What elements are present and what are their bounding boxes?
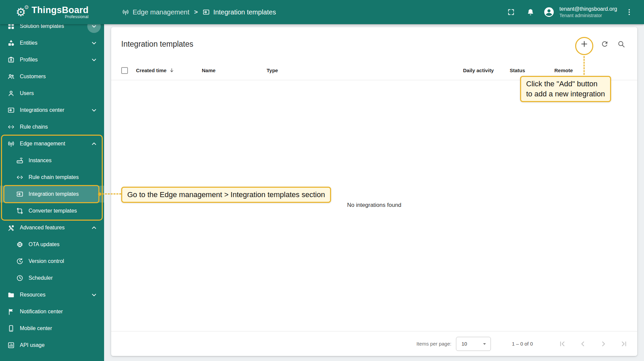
- search-icon: [617, 40, 625, 48]
- instances-router-icon: [16, 157, 24, 164]
- converter-transform-icon: [16, 207, 24, 215]
- column-name[interactable]: Name: [202, 67, 267, 73]
- breadcrumb-label: Integration templates: [213, 8, 276, 16]
- sidebar-item-mobile-center[interactable]: Mobile center: [0, 320, 104, 337]
- sidebar-item-version-control[interactable]: Version control: [0, 253, 104, 270]
- chevron-left-icon: [579, 340, 587, 348]
- brand-subtitle: Professional: [65, 14, 89, 19]
- refresh-button[interactable]: [598, 37, 611, 51]
- chevron-down-icon: [90, 291, 98, 299]
- pagination-range: 1 – 0 of 0: [512, 341, 533, 347]
- bell-icon: [526, 8, 535, 16]
- sidebar-item-resources[interactable]: Resources: [0, 286, 104, 303]
- sidebar-item-ota-updates[interactable]: OTA updates: [0, 236, 104, 253]
- fullscreen-button[interactable]: [504, 5, 518, 19]
- sidebar-item-rule-chain-templates[interactable]: Rule chain templates: [0, 169, 104, 186]
- chevron-down-icon: [90, 56, 98, 64]
- next-page-button[interactable]: [595, 336, 611, 352]
- breadcrumb-integration-templates[interactable]: Integration templates: [202, 8, 276, 16]
- items-per-page-value: 10: [461, 341, 467, 347]
- sidebar-item-solution-templates[interactable]: Solution templates: [0, 24, 104, 35]
- brand-logo[interactable]: ⚙⚙ ThingsBoard Professional: [0, 5, 104, 19]
- integrations-input-icon: [7, 106, 15, 114]
- input-icon: [202, 8, 210, 16]
- sidebar-item-label: OTA updates: [29, 241, 98, 247]
- sidebar-item-instances[interactable]: Instances: [0, 152, 104, 169]
- sidebar-item-notification-center[interactable]: Notification center: [0, 303, 104, 320]
- sidebar-item-rule-chains[interactable]: Rule chains: [0, 119, 104, 135]
- sidebar-item-label: Integration templates: [29, 191, 98, 197]
- sidebar-item-label: Notification center: [20, 309, 98, 315]
- breadcrumb-separator-icon: >: [194, 8, 198, 16]
- sidebar-item-label: Profiles: [20, 57, 90, 63]
- sidebar-item-customers[interactable]: Customers: [0, 68, 104, 85]
- chevron-down-icon: [87, 24, 101, 33]
- select-all-checkbox[interactable]: [121, 67, 128, 74]
- sidebar-item-converter-templates[interactable]: Converter templates: [0, 202, 104, 219]
- sidebar-item-scheduler[interactable]: Scheduler: [0, 270, 104, 286]
- search-button[interactable]: [614, 37, 628, 51]
- sidebar-item-label: Advanced features: [20, 225, 90, 231]
- more-menu-button[interactable]: [622, 5, 637, 19]
- column-type[interactable]: Type: [267, 67, 463, 73]
- column-remote: Remote: [554, 67, 628, 73]
- notifications-button[interactable]: [523, 5, 538, 19]
- sidebar-item-entities[interactable]: Entities: [0, 35, 104, 51]
- last-page-button[interactable]: [616, 336, 632, 352]
- sidebar-item-label: Edge management: [20, 141, 90, 147]
- chevron-up-icon: [90, 140, 98, 148]
- chevron-down-icon: [90, 106, 98, 114]
- more-vert-icon: [625, 8, 633, 16]
- topbar-actions: tenant@thingsboard.org Tenant administra…: [499, 5, 644, 19]
- sidebar-item-label: Customers: [20, 74, 98, 80]
- previous-page-button[interactable]: [575, 336, 591, 352]
- sidebar-item-label: Rule chain templates: [29, 174, 98, 180]
- card-header: Integration templates: [111, 27, 637, 61]
- sidebar-item-label: Resources: [20, 292, 90, 298]
- sidebar-item-label: Users: [20, 90, 98, 96]
- advanced-tools-icon: [7, 224, 15, 231]
- rule-chains-icon: [7, 123, 15, 131]
- customers-people-icon: [7, 73, 15, 80]
- sidebar-item-integration-templates[interactable]: Integration templates: [0, 186, 104, 202]
- sidebar-item-label: Version control: [29, 258, 98, 264]
- sidebar-item-api-usage[interactable]: API usage: [0, 337, 104, 354]
- column-label: Created time: [136, 67, 167, 73]
- column-daily-activity: Daily activity: [463, 67, 510, 73]
- sidebar-item-advanced-features[interactable]: Advanced features: [0, 219, 104, 236]
- users-person-icon: [7, 90, 15, 97]
- sidebar-item-label: Mobile center: [20, 325, 98, 331]
- first-page-button[interactable]: [554, 336, 570, 352]
- chevron-up-icon: [90, 224, 98, 232]
- last-page-icon: [620, 340, 628, 348]
- sidebar-item-edge-management[interactable]: Edge management: [0, 135, 104, 152]
- integrations-input-icon: [16, 190, 24, 198]
- entities-icon: [7, 39, 15, 47]
- empty-state-text: No integrations found: [111, 202, 637, 209]
- sidebar-item-label: API usage: [20, 342, 98, 348]
- column-created-time[interactable]: Created time: [136, 67, 202, 73]
- user-email: tenant@thingsboard.org: [559, 6, 617, 13]
- sidebar-item-label: Integrations center: [20, 107, 90, 113]
- fullscreen-icon: [507, 8, 515, 16]
- sidebar-item-profiles[interactable]: Profiles: [0, 51, 104, 68]
- breadcrumb-edge-management[interactable]: Edge management: [122, 8, 189, 16]
- integration-templates-card: Integration templates Created time: [111, 27, 637, 356]
- apps-grid-icon: [7, 24, 15, 30]
- antenna-icon: [122, 8, 129, 16]
- version-history-icon: [16, 258, 24, 265]
- scheduler-clock-icon: [16, 274, 24, 282]
- ota-chip-icon: [16, 241, 24, 248]
- items-per-page-select[interactable]: 10: [456, 337, 491, 351]
- breadcrumb: Edge management > Integration templates: [122, 8, 276, 16]
- page-title: Integration templates: [121, 40, 193, 49]
- sidebar-item-users[interactable]: Users: [0, 85, 104, 102]
- sidebar-item-label: Converter templates: [29, 208, 98, 214]
- sidebar-item-integrations-center[interactable]: Integrations center: [0, 102, 104, 119]
- sidebar-item-label: Entities: [20, 40, 90, 46]
- chevron-right-icon: [599, 340, 607, 348]
- add-integration-button[interactable]: [578, 37, 591, 51]
- user-role: Tenant administrator: [559, 12, 617, 18]
- avatar[interactable]: [543, 6, 555, 18]
- sidebar-item-label: Scheduler: [29, 275, 98, 281]
